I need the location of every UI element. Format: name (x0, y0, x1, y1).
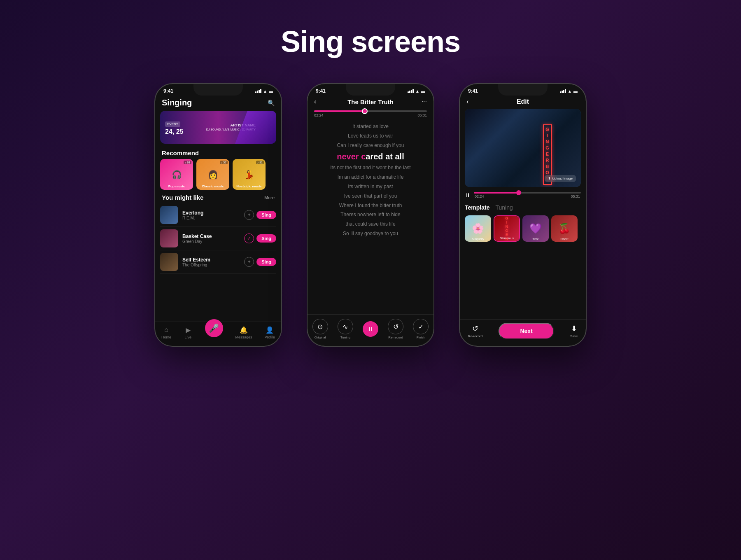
template-card-sweet[interactable]: 🍒 Sweet (551, 215, 578, 242)
signal-icon-3 (560, 89, 566, 93)
recommend-title: Recommend (155, 148, 281, 159)
song-list: Everlong R.E.M. + Sing Basket Case Green… (155, 203, 281, 322)
nav-label-messages: Messages (235, 335, 252, 339)
status-time-1: 9:41 (163, 88, 173, 94)
banner-date: 24, 25 (165, 128, 183, 135)
lyrics-progress-bar[interactable] (314, 110, 427, 112)
pause-icon: ⏸ (363, 321, 378, 337)
sing-button-basket[interactable]: Sing (256, 234, 276, 243)
finish-control[interactable]: ✓ Finish (413, 319, 429, 339)
nav-live[interactable]: ▶ Live (184, 325, 193, 339)
search-icon-1[interactable]: 🔍 (268, 100, 275, 106)
battery-icon-3: ▬ (573, 89, 578, 93)
nav-label-live: Live (185, 335, 192, 339)
save-bottom-icon: ⬇ (571, 324, 577, 333)
nav-sing[interactable]: 🎤 (205, 327, 223, 337)
original-control[interactable]: ⊙ Original (312, 319, 328, 339)
live-icon: ▶ (184, 325, 193, 334)
play-pause-control[interactable]: ⏸ (363, 321, 378, 337)
lyrics-song-title: The Bitter Truth (324, 98, 417, 105)
nostalgic-label: Nostalgic music (233, 184, 266, 188)
nostalgic-count: ♪ 81 (256, 161, 264, 164)
simplicity-label: Simplicity (465, 238, 491, 240)
original-icon: ⊙ (312, 319, 328, 334)
lyric-line-12: So Ill say goodbye to you (343, 230, 398, 237)
banner-figure (235, 111, 276, 144)
nav-messages[interactable]: 🔔 Messages (235, 325, 252, 339)
nav-profile[interactable]: 👤 Profile (264, 325, 275, 339)
edit-header: ‹ Edit (460, 96, 586, 109)
phones-container: 9:41 ▲ ▬ Singing 🔍 (154, 83, 587, 347)
recommend-row: ♪ 93 🎧 Pop music ♪ 57 👩 Classic music ♪ … (155, 159, 281, 193)
nav-home[interactable]: ⌂ Home (161, 325, 171, 339)
upload-image-button[interactable]: ⬆ Upload Image (545, 175, 576, 182)
messages-icon: 🔔 (239, 325, 248, 334)
tuning-label: Tuning (340, 336, 350, 339)
song-item-basket[interactable]: Basket Case Green Day ✓ Sing (160, 227, 276, 250)
nav-label-home: Home (161, 335, 171, 339)
pop-count: ♪ 93 (184, 161, 191, 164)
might-like-title: You might like (162, 194, 203, 201)
template-card-simplicity[interactable]: 🌸 Simplicity (465, 215, 491, 242)
lyric-line-3: Can I really care enough if you (337, 142, 404, 149)
lyric-line-9: Where I found the bitter truth (339, 202, 402, 209)
edit-progress-bar[interactable] (474, 192, 581, 194)
phone-edit: 9:41 ▲ ▬ ‹ Edit (459, 83, 587, 347)
category-card-nostalgic[interactable]: ♪ 81 💃 Nostalgic music (233, 159, 266, 190)
lyric-line-11: that could save this life (345, 221, 395, 228)
lyrics-time-total: 05:31 (417, 113, 427, 117)
edit-bottom-actions: ↺ Re-record Next ⬇ Save (460, 319, 586, 346)
edit-screen-title: Edit (517, 98, 529, 105)
wifi-icon-3: ▲ (568, 89, 572, 93)
battery-icon-2: ▬ (421, 89, 425, 93)
status-bar-1: 9:41 ▲ ▬ (155, 84, 281, 96)
template-section: Template Tuning 🌸 Simplicity GINGER Glam… (460, 202, 586, 244)
more-button[interactable]: More (264, 195, 275, 200)
back-button-edit[interactable]: ‹ (466, 98, 476, 105)
edit-pause-icon[interactable]: ⏸ (465, 192, 471, 198)
more-menu-icon[interactable]: ··· (417, 98, 427, 105)
song-item-everlong[interactable]: Everlong R.E.M. + Sing (160, 203, 276, 227)
phone-lyrics: 9:41 ▲ ▬ ‹ The Bitter Truth ··· (307, 83, 434, 347)
singing-screen-title: Singing (162, 98, 192, 107)
finish-label: Finish (417, 336, 425, 339)
add-icon-selfesteem[interactable]: + (244, 257, 254, 267)
rerecord-label: Re-record (388, 336, 403, 339)
rerecord-control[interactable]: ↺ Re-record (388, 319, 403, 339)
nav-label-profile: Profile (264, 335, 275, 339)
banner-event-tag: EVENT (165, 121, 180, 127)
rerecord-bottom-action[interactable]: ↺ Re-record (468, 324, 483, 338)
edit-progress-thumb (516, 190, 521, 195)
template-card-time[interactable]: 💜 Time (522, 215, 549, 242)
sing-button-everlong[interactable]: Sing (256, 211, 276, 219)
sing-button-selfesteem[interactable]: Sing (256, 258, 276, 266)
next-button[interactable]: Next (499, 323, 554, 339)
edit-progress-fill (474, 192, 519, 194)
glamorous-label: Glamorous (494, 237, 519, 240)
save-bottom-action[interactable]: ⬇ Save (570, 324, 578, 338)
check-icon-basket[interactable]: ✓ (244, 233, 254, 243)
add-icon-everlong[interactable]: + (244, 210, 254, 220)
rerecord-icon: ↺ (388, 319, 403, 334)
song-item-selfesteem[interactable]: Self Esteem The Offspring + Sing (160, 250, 276, 274)
lyrics-controls: ⊙ Original ∿ Tuning ⏸ ↺ Re-record ✓ Fini… (308, 314, 433, 346)
status-bar-2: 9:41 ▲ ▬ (308, 84, 433, 96)
event-banner[interactable]: EVENT 24, 25 ARTIST NAME DJ SOUND / LIVE… (160, 111, 276, 144)
lyrics-header: ‹ The Bitter Truth ··· (308, 96, 433, 109)
tuning-control[interactable]: ∿ Tuning (338, 319, 353, 339)
classic-label: Classic music (196, 184, 229, 188)
category-card-classic[interactable]: ♪ 57 👩 Classic music (196, 159, 229, 190)
back-button-lyrics[interactable]: ‹ (314, 98, 324, 105)
template-card-glamorous[interactable]: GINGER Glamorous (494, 215, 520, 242)
song-thumb-basket (160, 229, 178, 247)
edit-time-total: 05:31 (571, 194, 580, 198)
status-bar-3: 9:41 ▲ ▬ (460, 84, 586, 96)
edit-time-current: 02:24 (475, 194, 484, 198)
template-tab-active[interactable]: Template (465, 204, 489, 212)
template-tab-tuning[interactable]: Tuning (495, 204, 513, 212)
you-might-like-header: You might like More (155, 193, 281, 203)
lyrics-progress-area: 02:24 05:31 (308, 109, 433, 119)
lyric-line-8: Ive seen that part of you (344, 193, 397, 200)
template-tabs: Template Tuning (465, 204, 581, 212)
category-card-pop[interactable]: ♪ 93 🎧 Pop music (160, 159, 193, 190)
